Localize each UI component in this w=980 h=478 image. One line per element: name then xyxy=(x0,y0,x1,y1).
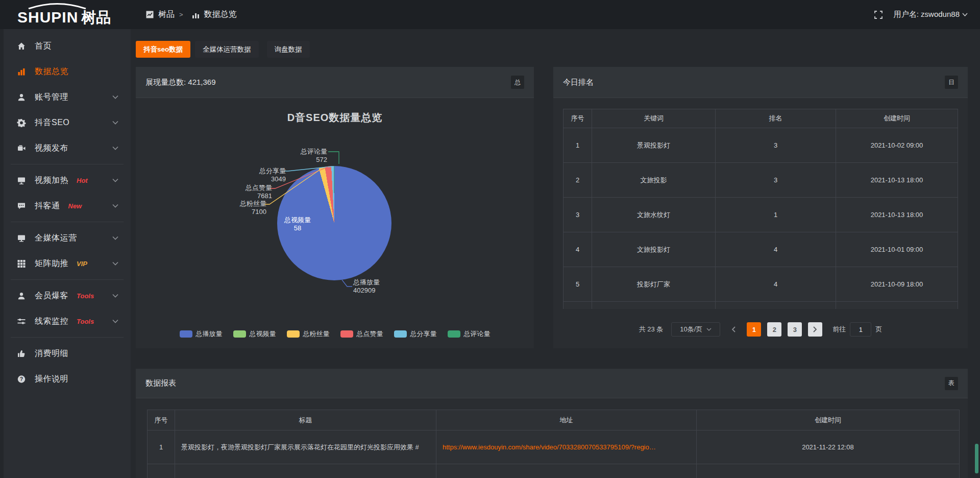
tab-douyin-seo-data[interactable]: 抖音seo数据 xyxy=(136,41,190,58)
fullscreen-icon[interactable] xyxy=(874,11,883,19)
sidebar-scroll-gutter[interactable] xyxy=(0,29,4,478)
tab-inquiry-data[interactable]: 询盘数据 xyxy=(267,41,310,58)
today-rank-card: 今日排名 日 序号 关键词 排名 创建时间 1景观投影灯32021-10-02 … xyxy=(553,67,968,348)
legend-item-videos[interactable]: 总视频量 xyxy=(233,329,276,339)
report-card-header: 数据报表 表 xyxy=(136,369,968,398)
chevron-down-icon xyxy=(112,236,118,240)
chevron-down-icon xyxy=(706,328,712,331)
sidebar-item-label: 矩阵助推 xyxy=(35,258,68,269)
created-time-cell: 2021-11-22 12:08 xyxy=(697,431,960,464)
sidebar-menu: 首页 数据总览 账号管理 抖音SEO xyxy=(4,33,131,392)
sidebar-item-data-overview[interactable]: 数据总览 xyxy=(4,59,131,84)
goto-page-input[interactable] xyxy=(850,322,871,337)
sidebar-item-consumption[interactable]: 消费明细 xyxy=(4,341,131,366)
sidebar-item-label: 线索监控 xyxy=(35,316,68,327)
sidebar-item-doketong[interactable]: 抖客通 New xyxy=(4,193,131,219)
member-icon xyxy=(17,291,27,300)
legend-item-likes[interactable]: 总点赞量 xyxy=(340,329,383,339)
legend-swatch xyxy=(180,330,192,338)
sidebar-divider xyxy=(11,222,124,222)
tools-badge: Tools xyxy=(77,318,94,325)
sidebar-item-label: 操作说明 xyxy=(35,374,68,385)
sidebar-item-label: 消费明细 xyxy=(35,348,68,359)
pie-label-comments: 总评论量572 xyxy=(292,148,327,164)
sidebar-item-matrix-boost[interactable]: 矩阵助推 VIP xyxy=(4,251,131,276)
legend-item-plays[interactable]: 总播放量 xyxy=(180,329,223,339)
legend-item-fans[interactable]: 总粉丝量 xyxy=(287,329,330,339)
sidebar-item-label: 抖音SEO xyxy=(35,117,69,128)
breadcrumb-separator: > xyxy=(179,11,183,18)
next-page-button[interactable] xyxy=(808,322,822,337)
svg-text:?: ? xyxy=(20,376,23,382)
table-row-clipped xyxy=(148,464,960,478)
logo-arc xyxy=(27,2,88,9)
page-scrollbar-thumb[interactable] xyxy=(975,444,978,473)
legend-item-shares[interactable]: 总分享量 xyxy=(394,329,437,339)
monitor-icon xyxy=(17,233,27,243)
new-badge: New xyxy=(68,202,82,210)
table-row: 1景观投影灯32021-10-02 09:00 xyxy=(564,128,958,163)
day-view-button[interactable]: 日 xyxy=(945,76,958,89)
sidebar-item-member-burst[interactable]: 会员爆客 Tools xyxy=(4,283,131,308)
sidebar-item-douyin-seo[interactable]: 抖音SEO xyxy=(4,110,131,135)
chevron-down-icon xyxy=(112,146,118,150)
total-view-button[interactable]: 总 xyxy=(511,76,524,89)
chart-legend: 总播放量 总视频量 总粉丝量 总点赞量 总分享量 总评论量 xyxy=(136,329,534,339)
legend-swatch xyxy=(340,330,353,338)
dashboard-page: 树品 > 数据总览 用户名: zswodun88 SHUPIN xyxy=(0,0,980,478)
legend-swatch xyxy=(448,330,460,338)
sidebar-divider xyxy=(11,337,124,338)
pie-label-fans: 总粉丝量7100 xyxy=(232,200,266,216)
table-row: 2文旅投影32021-10-13 18:00 xyxy=(564,163,958,198)
topbar: 树品 > 数据总览 用户名: zswodun88 xyxy=(0,0,980,29)
chart-title: D音SEO数据量总览 xyxy=(136,111,534,125)
chevron-down-icon xyxy=(112,204,118,208)
vip-badge: VIP xyxy=(77,260,87,268)
report-table: 序号 标题 地址 创建时间 1 景观投影灯，夜游景观投影灯厂家展示展示落花灯在花… xyxy=(147,410,960,478)
video-title-cell: 景观投影灯，夜游景观投影灯厂家展示展示落花灯在花园里的灯光投影应用效果 # xyxy=(175,431,436,464)
legend-swatch xyxy=(233,330,246,338)
video-url-link[interactable]: https://www.iesdouyin.com/share/video/70… xyxy=(443,443,656,451)
pie-label-shares: 总分享量3049 xyxy=(251,167,286,183)
data-tabs: 抖音seo数据 全媒体运营数据 询盘数据 xyxy=(136,41,310,58)
breadcrumb-root[interactable]: 树品 xyxy=(158,9,175,20)
tab-omnimedia-data[interactable]: 全媒体运营数据 xyxy=(195,41,259,58)
page-button-2[interactable]: 2 xyxy=(767,322,781,337)
chevron-down-icon xyxy=(112,178,118,182)
table-view-button[interactable]: 表 xyxy=(945,377,958,390)
data-report-card: 数据报表 表 序号 标题 地址 创建时间 1 景观投影灯，夜游景观投影灯厂家展示… xyxy=(136,369,968,478)
sidebar-item-label: 首页 xyxy=(35,41,52,52)
user-menu[interactable]: 用户名: zswodun88 xyxy=(894,10,968,19)
chevron-down-icon xyxy=(112,121,118,125)
chat-icon xyxy=(17,201,27,210)
sidebar-divider xyxy=(11,279,124,280)
prev-page-button[interactable] xyxy=(726,322,741,337)
line-chart-mini-icon xyxy=(146,11,154,18)
chevron-down-icon xyxy=(962,13,968,16)
sidebar-item-account[interactable]: 账号管理 xyxy=(4,84,131,110)
page-button-1[interactable]: 1 xyxy=(747,322,761,337)
bar-chart-mini-icon xyxy=(192,11,200,18)
page-size-select[interactable]: 10条/页 xyxy=(671,322,720,337)
sidebar-item-omnimedia[interactable]: 全媒体运营 xyxy=(4,225,131,251)
sidebar-item-home[interactable]: 首页 xyxy=(4,33,131,59)
sidebar-item-lead-monitor[interactable]: 线索监控 Tools xyxy=(4,308,131,334)
rank-card-title: 今日排名 xyxy=(563,78,594,87)
chevron-down-icon xyxy=(112,294,118,298)
app-logo: SHUPIN 树品 xyxy=(0,0,131,29)
chevron-down-icon xyxy=(112,95,118,99)
page-button-3[interactable]: 3 xyxy=(788,322,802,337)
breadcrumb: 树品 > 数据总览 xyxy=(146,0,237,29)
sidebar-item-video-publish[interactable]: 视频发布 xyxy=(4,135,131,161)
legend-item-comments[interactable]: 总评论量 xyxy=(448,329,491,339)
sidebar-item-label: 抖客通 xyxy=(35,201,60,211)
video-publish-icon xyxy=(17,144,27,153)
legend-swatch xyxy=(287,330,300,338)
gear-icon xyxy=(17,118,27,127)
sidebar-item-label: 视频加热 xyxy=(35,175,68,186)
sidebar-item-video-heat[interactable]: 视频加热 Hot xyxy=(4,168,131,193)
sidebar-item-instructions[interactable]: ? 操作说明 xyxy=(4,366,131,392)
question-icon: ? xyxy=(17,374,27,384)
rank-table: 序号 关键词 排名 创建时间 1景观投影灯32021-10-02 09:00 2… xyxy=(563,109,958,309)
logo-text-cn: 树品 xyxy=(81,10,111,25)
